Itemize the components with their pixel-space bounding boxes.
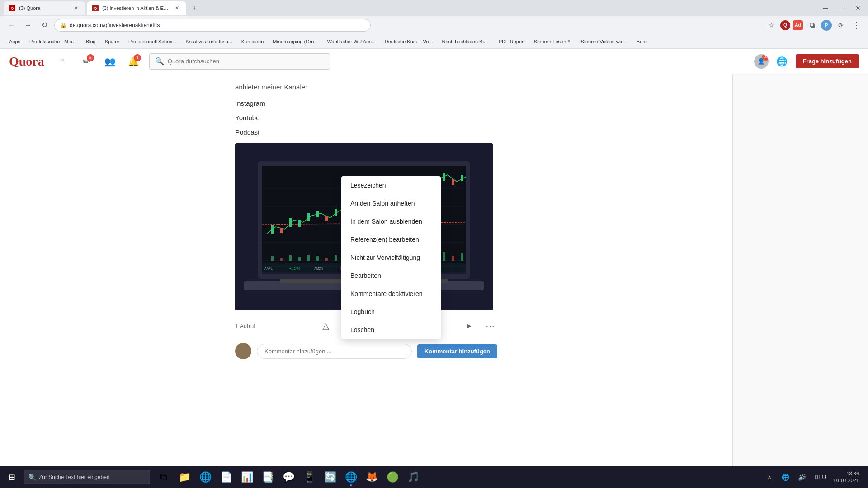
context-menu-ausblenden[interactable]: In dem Salon ausblenden [341, 212, 441, 230]
search-input[interactable] [168, 58, 324, 65]
people-icon[interactable]: 👥 [102, 53, 118, 70]
bookmark-produktsuche[interactable]: Produktsuche - Mer... [26, 38, 80, 45]
bookmark-hochladen[interactable]: Noch hochladen Bu... [439, 38, 493, 45]
comment-area: Kommentar hinzufügen [235, 338, 497, 366]
channel-instagram[interactable]: Instagram [235, 96, 497, 111]
svg-rect-39 [326, 258, 328, 261]
language-icon[interactable]: 🌐 [774, 53, 790, 70]
bell-badge: 1 [134, 54, 141, 61]
bookmark-mindmapping[interactable]: Mindmapping (Gru... [269, 38, 321, 45]
tab-1[interactable]: Q (3) Quora ✕ [4, 1, 85, 15]
address-bar[interactable]: 🔒 de.quora.com/q/investierenaktienettfs [54, 19, 371, 32]
bell-icon[interactable]: 🔔 1 [126, 53, 142, 70]
tab-2-close[interactable]: ✕ [174, 5, 181, 12]
taskbar-edge[interactable]: 🌐 [195, 467, 215, 487]
tab-1-favicon: Q [9, 5, 15, 11]
bookmark-hochladen-label: Noch hochladen Bu... [442, 39, 490, 44]
add-question-button[interactable]: Frage hinzufügen [796, 54, 859, 68]
tray-network-icon[interactable]: 🌐 [778, 469, 794, 485]
bookmark-professionell[interactable]: Professionell Schrei... [125, 38, 180, 45]
taskbar-whatsapp[interactable]: 💬 [278, 467, 298, 487]
context-menu-logbuch[interactable]: Logbuch [341, 303, 441, 321]
taskbar-task-view[interactable]: ⧉ [154, 467, 174, 487]
upvote-button[interactable]: △ [318, 319, 333, 333]
quora-logo[interactable]: Quora [9, 54, 44, 69]
search-bar[interactable]: 🔍 [149, 53, 330, 70]
bookmark-mindmapping-label: Mindmapping (Gru... [273, 39, 318, 44]
context-menu-vervielfaltigung[interactable]: Nicht zur Vervielfältigung [341, 249, 441, 267]
maximize-button[interactable]: □ [835, 2, 848, 14]
bookmark-buro[interactable]: Büro [633, 38, 651, 45]
sync-icon[interactable]: ⟳ [835, 19, 847, 32]
context-menu-bearbeiten[interactable]: Bearbeiten [341, 267, 441, 285]
bookmark-steuern-videos[interactable]: Steuern Videos wic... [577, 38, 631, 45]
tray-volume-icon[interactable]: 🔊 [794, 469, 810, 485]
intro-text: anbieter meiner Kanäle: [235, 81, 497, 93]
tab-2[interactable]: Q (3) Investieren in Aktien & ETFs ✕ [87, 1, 186, 15]
context-menu-kommentare[interactable]: Kommentare deaktivieren [341, 285, 441, 303]
svg-rect-54 [461, 253, 463, 261]
new-tab-button[interactable]: + [188, 2, 201, 14]
taskbar-search-bar[interactable]: 🔍 Zur Suche Text hier eingeben [24, 470, 150, 484]
bookmark-kreativitat[interactable]: Kreativität und Insp... [182, 38, 236, 45]
home-icon[interactable]: ⌂ [55, 53, 71, 70]
bookmark-deutsche-label: Deutsche Kurs + Vo... [385, 39, 433, 44]
forward-button[interactable]: → [22, 19, 34, 32]
bookmark-pdf[interactable]: PDF Report [495, 38, 528, 45]
user-avatar[interactable]: 👤 2 [754, 54, 769, 69]
svg-rect-53 [452, 256, 454, 261]
close-button[interactable]: ✕ [852, 2, 864, 14]
views-count: 1 Aufruf [235, 323, 255, 329]
taskbar-clock[interactable]: 18:36 01.03.2021 [830, 470, 863, 484]
tab-1-label: (3) Quora [19, 5, 69, 11]
tab-1-close[interactable]: ✕ [72, 5, 80, 12]
bookmark-later[interactable]: Später [101, 38, 123, 45]
bookmark-steuern-lesen[interactable]: Steuern Lesen !!! [530, 38, 576, 45]
svg-rect-15 [307, 213, 310, 221]
taskbar-browser2[interactable]: 🦊 [362, 467, 382, 487]
more-options-button[interactable]: ⋯ [483, 319, 497, 333]
quora-extension-icon[interactable]: Q [780, 20, 790, 30]
taskbar-powerpoint[interactable]: 📑 [258, 467, 278, 487]
taskbar-phone[interactable]: 📱 [299, 467, 319, 487]
context-menu-anheften[interactable]: An den Salon anheften [341, 194, 441, 212]
svg-text:+1.24%: +1.24% [289, 267, 300, 270]
channel-podcast[interactable]: Podcast [235, 125, 497, 140]
tray-up-arrow[interactable]: ∧ [761, 469, 778, 485]
svg-rect-17 [326, 216, 328, 221]
bookmark-blog[interactable]: Blog [82, 38, 99, 45]
bookmark-star-icon[interactable]: ☆ [765, 19, 778, 32]
user-profile-icon[interactable]: P [821, 20, 832, 31]
taskbar-word[interactable]: 📄 [216, 467, 236, 487]
context-menu-lesezeichen[interactable]: Lesezeichen [341, 176, 441, 194]
taskbar-app1[interactable]: 🟢 [382, 467, 402, 487]
bookmark-deutsche[interactable]: Deutsche Kurs + Vo... [381, 38, 437, 45]
reload-button[interactable]: ↻ [38, 19, 51, 32]
context-menu-loschen[interactable]: Löschen [341, 321, 441, 339]
extensions-icon[interactable]: ⧉ [806, 19, 818, 32]
bookmark-wahlfacher[interactable]: Wahlfächer WU Aus... [324, 38, 379, 45]
tab-2-label: (3) Investieren in Aktien & ETFs [102, 5, 170, 11]
menu-icon[interactable]: ⋮ [850, 19, 863, 32]
comment-submit-button[interactable]: Kommentar hinzufügen [417, 344, 497, 358]
bookmark-steuern-lesen-label: Steuern Lesen !!! [534, 39, 572, 44]
bookmark-apps-label: Apps [9, 39, 20, 44]
context-menu-referenz[interactable]: Referenz(en) bearbeiten [341, 230, 441, 249]
svg-rect-32 [461, 175, 463, 181]
taskbar-chrome[interactable]: 🌐 [341, 467, 361, 487]
minimize-button[interactable]: ─ [819, 2, 832, 14]
comment-input[interactable] [257, 344, 412, 359]
send-button[interactable]: ➤ [461, 319, 476, 333]
adblock-icon[interactable]: Ad [793, 20, 803, 30]
taskbar-spotify[interactable]: 🎵 [403, 467, 423, 487]
taskbar-excel[interactable]: 📊 [237, 467, 257, 487]
bookmark-apps[interactable]: Apps [5, 38, 24, 45]
taskbar-sync[interactable]: 🔄 [320, 467, 340, 487]
back-button[interactable]: ← [5, 19, 18, 32]
taskbar-language[interactable]: DEU [812, 474, 829, 480]
edit-icon[interactable]: ✏ 5 [79, 53, 95, 70]
bookmark-kursideen[interactable]: Kursideen [238, 38, 268, 45]
windows-start-button[interactable]: ⊞ [2, 467, 22, 487]
taskbar-file-explorer[interactable]: 📁 [175, 467, 194, 487]
channel-youtube[interactable]: Youtube [235, 111, 497, 125]
